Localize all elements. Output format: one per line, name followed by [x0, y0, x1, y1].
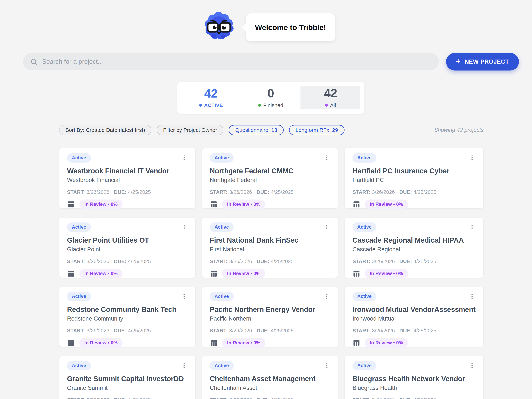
start-label: START: [210, 328, 228, 334]
project-card[interactable]: Active Westbrook Financial IT Vendor Wes… [59, 148, 196, 208]
due-label: DUE: [399, 189, 412, 195]
project-card[interactable]: Active Cheltenham Asset Management Chelt… [202, 356, 338, 399]
kebab-menu-icon[interactable] [323, 362, 330, 369]
card-footer: In Review • 0% [353, 269, 475, 279]
project-card[interactable]: Active First National Bank FinSec First … [202, 217, 338, 278]
status-badge: Active [353, 223, 376, 232]
filter-owner-button[interactable]: Filter by Project Owner [157, 125, 223, 135]
due-label: DUE: [257, 259, 269, 264]
due-date: 4/25/2025 [128, 189, 151, 195]
table-icon [353, 270, 361, 278]
project-company: Northgate Federal [210, 177, 330, 183]
project-title: First National Bank FinSec [210, 236, 330, 244]
all-count: 42 [324, 87, 337, 99]
table-icon [67, 270, 75, 278]
project-card[interactable]: Active Pacific Northern Energy Vendor Pa… [202, 287, 338, 347]
kebab-menu-icon[interactable] [181, 223, 188, 231]
project-search-bar[interactable] [23, 53, 439, 70]
project-dates: START: 3/26/2026 DUE: 4/25/2025 [210, 259, 330, 264]
kebab-menu-icon[interactable] [469, 223, 475, 231]
welcome-header: Welcome to Tribble! [0, 0, 532, 53]
project-card[interactable]: Active Cascade Regional Medical HIPAA Ca… [345, 217, 484, 278]
project-card[interactable]: Active Glacier Point Utilities OT Glacie… [59, 217, 196, 278]
card-header: Active [353, 292, 475, 301]
project-title: Northgate Federal CMMC [210, 167, 330, 175]
questionnaire-filter-button[interactable]: Questionnaire: 13 [229, 125, 284, 135]
start-label: START: [67, 328, 85, 334]
sort-by-button[interactable]: Sort By: Created Date (latest first) [59, 125, 151, 135]
project-card[interactable]: Active Bluegrass Health Network Vendor B… [345, 356, 484, 399]
due-label: DUE: [399, 259, 412, 264]
start-label: START: [353, 259, 370, 264]
projects-content: Sort By: Created Date (latest first) Fil… [59, 125, 484, 399]
status-badge: Active [67, 292, 91, 301]
kebab-menu-icon[interactable] [469, 154, 475, 162]
card-header: Active [353, 361, 475, 370]
stat-tab-active[interactable]: 42 ACTIVE [181, 86, 241, 109]
project-card[interactable]: Active Ironwood Mutual VendorAssessment … [345, 287, 484, 347]
project-title: Redstone Community Bank Tech [67, 305, 188, 313]
progress-badge: In Review • 0% [222, 269, 265, 279]
start-date: 3/26/2026 [229, 259, 252, 264]
start-label: START: [210, 259, 228, 264]
due-date: 4/25/2025 [413, 259, 436, 264]
project-card[interactable]: Active Northgate Federal CMMC Northgate … [202, 148, 338, 208]
stat-tab-finished[interactable]: 0 Finished [241, 86, 301, 109]
stat-tab-all[interactable]: 42 All [301, 86, 360, 109]
start-label: START: [353, 328, 370, 334]
finished-label: Finished [263, 102, 283, 108]
project-card[interactable]: Active Redstone Community Bank Tech Reds… [59, 287, 196, 347]
finished-dot-icon [258, 104, 261, 107]
project-title: Westbrook Financial IT Vendor [67, 167, 188, 175]
project-title: Glacier Point Utilities OT [67, 236, 188, 244]
start-date: 3/26/2026 [229, 328, 252, 334]
progress-badge: In Review • 0% [365, 269, 408, 279]
start-date: 3/26/2026 [87, 328, 109, 334]
showing-count-text: Showing 42 projects [434, 127, 484, 133]
project-stats-card: 42 ACTIVE 0 Finished 42 All [177, 82, 364, 114]
project-title: Ironwood Mutual VendorAssessment [353, 305, 475, 313]
due-label: DUE: [114, 397, 127, 399]
card-header: Active [353, 153, 475, 162]
table-icon [67, 339, 75, 347]
project-dates: START: 3/26/2026 DUE: 4/25/2025 [67, 397, 188, 399]
progress-badge: In Review • 0% [365, 338, 408, 348]
table-icon [353, 339, 361, 347]
kebab-menu-icon[interactable] [469, 362, 475, 369]
kebab-menu-icon[interactable] [181, 362, 188, 369]
kebab-menu-icon[interactable] [323, 293, 330, 300]
due-date: 4/25/2025 [413, 397, 436, 399]
new-project-label: NEW PROJECT [465, 58, 509, 65]
project-dates: START: 3/26/2026 DUE: 4/25/2025 [210, 328, 330, 334]
new-project-button[interactable]: + NEW PROJECT [446, 53, 519, 70]
start-label: START: [210, 189, 228, 195]
table-icon [67, 200, 75, 208]
card-footer: In Review • 0% [210, 200, 330, 209]
kebab-menu-icon[interactable] [181, 154, 188, 162]
project-company: Pacific Northern [210, 315, 330, 322]
kebab-menu-icon[interactable] [469, 293, 475, 300]
search-icon [30, 58, 38, 65]
search-input[interactable] [42, 58, 432, 65]
tribble-mascot-logo [203, 10, 235, 41]
project-title: Hartfield PC Insurance Cyber [353, 167, 475, 175]
kebab-menu-icon[interactable] [323, 223, 330, 231]
welcome-text: Welcome to Tribble! [255, 23, 326, 32]
project-company: Granite Summit [67, 385, 188, 391]
card-footer: In Review • 0% [353, 338, 475, 348]
start-label: START: [67, 397, 85, 399]
status-badge: Active [67, 153, 91, 162]
finished-label-row: Finished [258, 102, 283, 108]
kebab-menu-icon[interactable] [181, 293, 188, 300]
status-badge: Active [210, 153, 234, 162]
search-row: + NEW PROJECT [23, 53, 519, 70]
project-title: Pacific Northern Energy Vendor [210, 305, 330, 313]
due-label: DUE: [257, 397, 269, 399]
longform-rfx-filter-button[interactable]: Longform RFx: 29 [289, 125, 345, 135]
card-header: Active [67, 292, 188, 301]
project-company: Westbrook Financial [67, 177, 188, 183]
project-card[interactable]: Active Hartfield PC Insurance Cyber Hart… [345, 148, 484, 208]
project-card[interactable]: Active Granite Summit Capital InvestorDD… [59, 356, 196, 399]
kebab-menu-icon[interactable] [323, 154, 330, 162]
status-badge: Active [67, 223, 91, 232]
